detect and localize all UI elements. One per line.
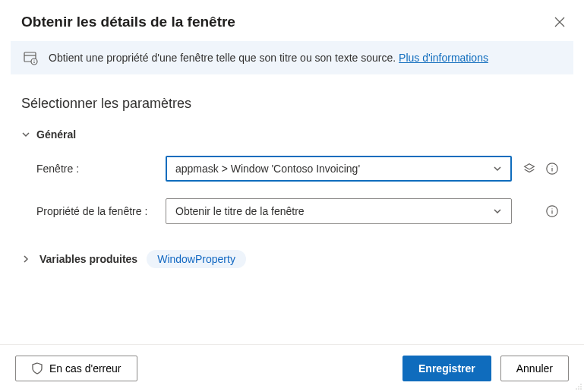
more-info-link[interactable]: Plus d'informations bbox=[399, 52, 488, 64]
svg-point-18 bbox=[578, 388, 579, 390]
info-icon[interactable] bbox=[545, 162, 559, 175]
chevron-down-icon bbox=[493, 164, 502, 173]
property-select-value: Obtenir le titre de la fenêtre bbox=[175, 205, 305, 217]
cancel-button[interactable]: Annuler bbox=[500, 356, 569, 381]
group-general-header[interactable]: Général bbox=[21, 128, 563, 141]
shield-icon bbox=[31, 362, 43, 375]
group-general-label: Général bbox=[36, 128, 76, 141]
svg-point-17 bbox=[580, 388, 582, 390]
svg-point-9 bbox=[551, 166, 552, 166]
window-info-icon bbox=[23, 50, 38, 65]
window-label: Fenêtre : bbox=[21, 163, 166, 175]
save-button[interactable]: Enregistrer bbox=[402, 356, 491, 381]
chevron-right-icon[interactable] bbox=[21, 254, 30, 264]
on-error-button[interactable]: En cas d'erreur bbox=[15, 356, 137, 381]
info-icon[interactable] bbox=[545, 204, 559, 218]
close-icon[interactable] bbox=[554, 16, 566, 28]
variable-chip[interactable]: WindowProperty bbox=[147, 250, 246, 268]
on-error-label: En cas d'erreur bbox=[49, 362, 122, 375]
svg-point-16 bbox=[578, 386, 579, 387]
svg-point-19 bbox=[576, 388, 577, 390]
dialog-title: Obtenir les détails de la fenêtre bbox=[21, 14, 235, 30]
layers-icon[interactable] bbox=[522, 162, 536, 175]
svg-point-12 bbox=[551, 208, 552, 209]
window-select[interactable]: appmask > Window 'Contoso Invoicing' bbox=[166, 156, 512, 182]
window-select-value: appmask > Window 'Contoso Invoicing' bbox=[175, 163, 360, 175]
banner-text: Obtient une propriété d'une fenêtre tell… bbox=[49, 52, 399, 64]
property-select[interactable]: Obtenir le titre de la fenêtre bbox=[166, 198, 512, 224]
svg-point-15 bbox=[580, 386, 582, 387]
resize-grip-icon[interactable] bbox=[575, 383, 582, 390]
svg-point-5 bbox=[33, 59, 34, 60]
chevron-down-icon bbox=[21, 130, 30, 139]
svg-marker-7 bbox=[525, 164, 535, 169]
chevron-down-icon bbox=[493, 207, 502, 216]
info-banner: Obtient une propriété d'une fenêtre tell… bbox=[11, 41, 573, 74]
section-title: Sélectionner les paramètres bbox=[21, 96, 563, 112]
variables-produced-label[interactable]: Variables produites bbox=[39, 253, 137, 265]
property-label: Propriété de la fenêtre : bbox=[21, 205, 166, 217]
svg-point-14 bbox=[580, 384, 582, 385]
